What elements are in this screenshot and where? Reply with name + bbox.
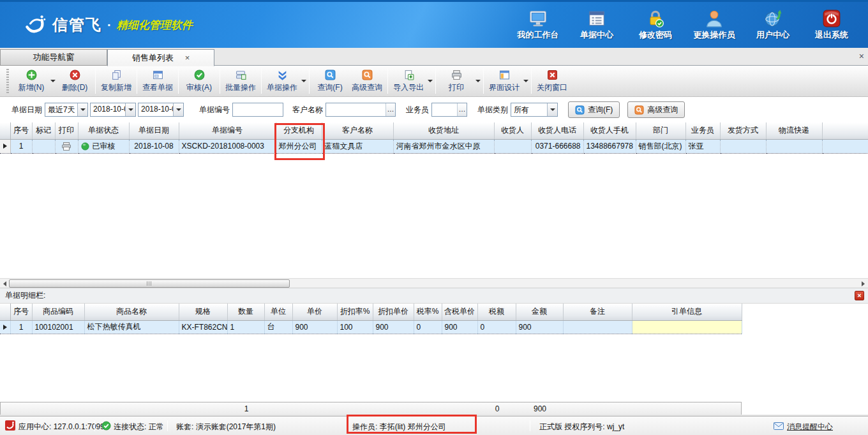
dcol-qty[interactable]: 数量 (227, 304, 264, 320)
horizontal-scrollbar[interactable] (0, 278, 868, 288)
ui-design-button[interactable]: 界面设计 (486, 67, 523, 95)
document-center-button[interactable]: 单据中心 (569, 9, 624, 41)
dcol-note[interactable]: 备注 (563, 304, 632, 320)
detail-row[interactable]: 1 100102001 松下热敏传真机 KX-FT862CN 1 台 900 1… (0, 320, 742, 334)
advanced-query-filter-button[interactable]: 高级查询 (627, 101, 685, 118)
app-logo-icon (5, 420, 15, 431)
cell-receiver (494, 139, 531, 153)
print-caret-icon[interactable] (475, 67, 481, 95)
dcol-amount[interactable]: 金额 (516, 304, 563, 320)
add-button[interactable]: 新增(N) (13, 67, 50, 95)
advanced-query-button[interactable]: 高级查询 (348, 67, 385, 95)
col-department[interactable]: 部门 (636, 122, 685, 139)
dcol-ref-info[interactable]: 引单信息 (632, 304, 742, 320)
dcol-tax-price[interactable]: 含税单价 (442, 304, 477, 320)
scroll-left-icon[interactable] (1, 279, 9, 288)
col-doc-no[interactable]: 单据编号 (179, 122, 276, 139)
combo-caret-icon[interactable] (77, 103, 87, 116)
change-password-button[interactable]: 修改密码 (628, 9, 683, 41)
scrollbar-grip-icon (147, 281, 152, 286)
date-preset-combo[interactable]: 最近7天 (45, 103, 88, 117)
button-label: 查询(F) (588, 105, 613, 115)
dcol-unit[interactable]: 单位 (264, 304, 292, 320)
dcol-price[interactable]: 单价 (292, 304, 337, 320)
cell-date: 2018-10-08 (129, 139, 179, 153)
col-branch[interactable]: 分支机构 (276, 122, 322, 139)
query-filter-button[interactable]: 查询(F) (568, 101, 620, 118)
customer-input[interactable] (326, 103, 385, 116)
print-button[interactable]: 打印 (438, 67, 475, 95)
message-center-link[interactable]: 消息提醒中心 (787, 422, 833, 432)
col-phone[interactable]: 收货人电话 (531, 122, 583, 139)
document-operation-button[interactable]: 单据操作 (264, 67, 301, 95)
ui-design-icon (499, 70, 510, 80)
salesman-lookup-icon[interactable]: … (457, 103, 467, 116)
query-button[interactable]: 查询(F) (311, 67, 348, 95)
doc-type-combo[interactable]: 所有 (511, 103, 558, 117)
tab-close-icon[interactable]: × (185, 54, 190, 62)
dcol-tax-rate[interactable]: 税率% (414, 304, 442, 320)
customer-filter-label: 客户名称 (292, 105, 323, 115)
scroll-right-icon[interactable] (859, 279, 867, 288)
dcol-code[interactable]: 商品编码 (32, 304, 84, 320)
col-status[interactable]: 单据状态 (78, 122, 129, 139)
detail-close-icon[interactable]: × (855, 291, 864, 300)
combo-caret-icon[interactable] (173, 103, 183, 116)
dcol-discount-price[interactable]: 折扣单价 (373, 304, 414, 320)
col-mobile[interactable]: 收货人手机 (583, 122, 636, 139)
col-date[interactable]: 单据日期 (129, 122, 179, 139)
table-row[interactable]: 1 已审核 2018-10-08 XSCKD-20181008-0003 郑州分… (0, 139, 868, 153)
detail-panel: 单据明细栏: × 序号 商品编码 商品名称 规格 数量 单位 单价 折扣率% 折… (0, 288, 868, 416)
toolbar-grip-handle[interactable] (6, 69, 9, 93)
scrollbar-thumb[interactable] (9, 279, 290, 288)
tab-function-nav[interactable]: 功能导航窗 (0, 49, 107, 66)
workbench-button[interactable]: 我的工作台 (511, 9, 565, 41)
ui-design-caret-icon[interactable] (523, 67, 529, 95)
copy-new-button[interactable]: 复制新增 (98, 67, 135, 95)
import-export-caret-icon[interactable] (427, 67, 433, 95)
document-operation-caret-icon[interactable] (301, 67, 307, 95)
col-print[interactable]: 打印 (55, 122, 78, 139)
col-salesman[interactable]: 业务员 (685, 122, 720, 139)
customer-lookup-icon[interactable]: … (385, 103, 395, 116)
cell-print[interactable] (55, 139, 78, 153)
switch-operator-button[interactable]: 更换操作员 (687, 9, 742, 41)
salesman-input[interactable] (432, 103, 457, 116)
date-from-combo[interactable]: 2018-10-01 (90, 103, 136, 117)
app-center-status: 应用中心: 127.0.0.1:7099 (19, 422, 105, 432)
combo-caret-icon[interactable] (125, 103, 135, 116)
button-label: 复制新增 (101, 82, 131, 93)
doc-no-input[interactable] (233, 103, 283, 116)
col-logistics[interactable]: 物流快递 (766, 122, 822, 139)
col-receiver[interactable]: 收货人 (494, 122, 531, 139)
button-label: 批量操作 (225, 82, 256, 93)
audit-button[interactable]: 审核(A) (181, 67, 218, 95)
dcol-name[interactable]: 商品名称 (84, 304, 179, 320)
audited-status-icon (81, 142, 89, 151)
cell-ship-method (720, 139, 766, 153)
col-address[interactable]: 收货地址 (393, 122, 494, 139)
user-center-button[interactable]: 用户中心 (745, 9, 800, 41)
col-customer[interactable]: 客户名称 (322, 122, 393, 139)
tab-sales-order-list[interactable]: 销售单列表 × (107, 49, 214, 66)
col-seq[interactable]: 序号 (10, 122, 32, 139)
dcol-seq[interactable]: 序号 (10, 304, 32, 320)
delete-button[interactable]: 删除(D) (56, 67, 93, 95)
tabstrip-close-icon[interactable]: × (859, 52, 864, 61)
col-ship-method[interactable]: 发货方式 (720, 122, 766, 139)
view-document-button[interactable]: 查看单据 (139, 67, 176, 95)
dcol-discount-rate[interactable]: 折扣率% (337, 304, 373, 320)
col-mark[interactable]: 标记 (32, 122, 55, 139)
exit-system-icon (822, 9, 841, 28)
date-to-combo[interactable]: 2018-10-08 (138, 103, 184, 117)
toolbar-separator (137, 68, 137, 94)
summary-qty-total: 1 (228, 402, 265, 415)
combo-caret-icon[interactable] (547, 103, 557, 116)
exit-system-button[interactable]: 退出系统 (804, 9, 859, 41)
import-export-button[interactable]: 导入导出 (390, 67, 427, 95)
dcol-spec[interactable]: 规格 (179, 304, 227, 320)
batch-operation-button[interactable]: 批量操作 (222, 67, 259, 95)
dcol-tax[interactable]: 税额 (477, 304, 516, 320)
close-window-button[interactable]: 关闭窗口 (534, 67, 571, 95)
add-dropdown-caret-icon[interactable] (50, 67, 56, 95)
